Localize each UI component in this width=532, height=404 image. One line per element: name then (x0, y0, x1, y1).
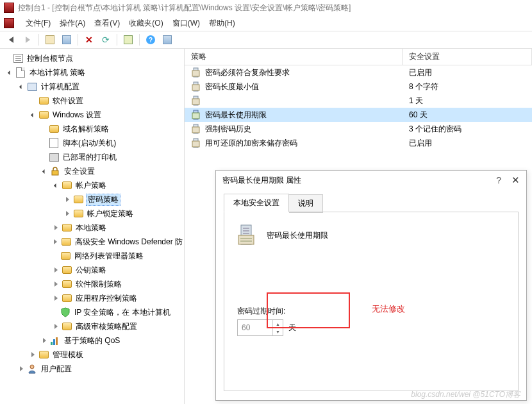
expander-icon[interactable] (51, 280, 60, 289)
tree-lockout-policy[interactable]: 帐户锁定策略 (0, 206, 184, 221)
svg-rect-15 (243, 228, 249, 229)
tree-root[interactable]: 控制台根节点 (0, 51, 184, 65)
list-row[interactable]: 用可还原的加密来储存密码 已启用 (185, 136, 532, 150)
list-row[interactable]: 密码长度最小值 8 个字符 (185, 80, 532, 94)
folder-icon (62, 279, 72, 289)
toolbar-separator (139, 34, 140, 46)
svg-rect-17 (243, 233, 249, 234)
tree-network-list[interactable]: 网络列表管理器策略 (0, 249, 184, 263)
svg-rect-11 (192, 127, 199, 133)
toolbar-separator (117, 34, 117, 46)
tab-explain[interactable]: 说明 (289, 194, 323, 213)
list-body: 密码必须符合复杂性要求 已启用 密码长度最小值 8 个字符 1 天 密码最长使用… (185, 65, 532, 150)
expander-icon[interactable] (28, 350, 37, 359)
server-icon (237, 224, 258, 247)
expander-icon[interactable] (28, 110, 37, 119)
lock-icon (50, 166, 60, 176)
menu-window[interactable]: 窗口(W) (172, 18, 200, 29)
tree-policy-qos[interactable]: 基于策略的 QoS (0, 333, 184, 348)
expander-icon[interactable] (3, 54, 12, 63)
expander-icon[interactable] (63, 195, 72, 204)
tree-software-settings[interactable]: 软件设置 (0, 94, 184, 108)
tree-security-settings[interactable]: 安全设置 (0, 164, 184, 178)
folder-icon (62, 321, 72, 332)
delete-button[interactable]: ✕ (82, 33, 96, 47)
tree-name-resolution[interactable]: 域名解析策略 (0, 122, 184, 136)
list-row-selected[interactable]: 密码最长使用期限 60 天 (185, 108, 532, 122)
svg-rect-5 (192, 85, 199, 90)
expander-icon[interactable] (51, 265, 60, 274)
expander-icon[interactable] (40, 336, 49, 345)
user-icon (27, 364, 37, 374)
tree-ip-security[interactable]: IP 安全策略，在 本地计算机 (0, 305, 184, 319)
dialog-help-button[interactable]: ? (496, 175, 501, 185)
tree-computer-config[interactable]: 计算机配置 (0, 80, 184, 94)
back-button[interactable] (4, 33, 18, 47)
tree-user-config[interactable]: 用户配置 (0, 362, 184, 376)
up-button[interactable] (43, 33, 57, 47)
expander-icon[interactable] (51, 181, 60, 190)
export-button[interactable] (121, 33, 135, 47)
spinner-down-button[interactable]: ▼ (273, 328, 283, 335)
tree-account-policies[interactable]: 帐户策略 (0, 178, 184, 192)
tree-panel[interactable]: 控制台根节点 本地计算机 策略 计算机配置 软件设置 Windows 设置 域名… (0, 49, 185, 404)
expander-icon[interactable] (51, 223, 60, 232)
tree-windows-settings[interactable]: Windows 设置 (0, 108, 184, 122)
dialog-tabs: 本地安全设置 说明 (224, 194, 519, 212)
expander-icon[interactable] (5, 68, 14, 77)
tree-password-policy[interactable]: 密码策略 (0, 192, 184, 206)
tree-software-restriction[interactable]: 软件限制策略 (0, 277, 184, 291)
list-header: 策略 安全设置 (185, 49, 532, 65)
annotation-box (267, 292, 350, 328)
folder-icon (73, 208, 83, 219)
tree-local-policy[interactable]: 本地计算机 策略 (0, 65, 184, 80)
properties-button[interactable] (160, 33, 174, 47)
export-icon (124, 35, 133, 44)
expander-icon[interactable] (51, 294, 60, 303)
tree-advanced-audit[interactable]: 高级审核策略配置 (0, 319, 184, 333)
expander-icon[interactable] (63, 209, 72, 218)
tree-public-key[interactable]: 公钥策略 (0, 263, 184, 277)
svg-rect-0 (52, 171, 58, 175)
tree-admin-templates[interactable]: 管理模板 (0, 348, 184, 362)
shield-icon (60, 307, 71, 317)
folder-icon (38, 110, 49, 120)
expander-icon[interactable] (28, 96, 37, 105)
menu-file[interactable]: 文件(F) (26, 18, 51, 29)
policy-item-icon (191, 138, 201, 148)
dialog-body: 密码最长使用期限 密码过期时间: ▲ ▼ 天 无法修改 (224, 212, 519, 391)
dialog-close-button[interactable]: ✕ (511, 174, 520, 186)
refresh-button[interactable]: ⟳ (99, 33, 113, 47)
expander-icon[interactable] (17, 364, 26, 373)
help-button[interactable]: ? (144, 33, 158, 47)
expander-icon[interactable] (40, 167, 49, 176)
tab-local-security[interactable]: 本地安全设置 (224, 194, 289, 212)
tree-local-policies[interactable]: 本地策略 (0, 221, 184, 235)
window-title: 控制台1 - [控制台根节点\本地计算机 策略\计算机配置\Windows 设置… (18, 3, 351, 13)
tree-scripts[interactable]: 脚本(启动/关机) (0, 136, 184, 150)
list-row[interactable]: 强制密码历史 3 个记住的密码 (185, 122, 532, 136)
menu-help[interactable]: 帮助(H) (209, 18, 235, 29)
policy-item-icon (191, 96, 201, 106)
tree-defender[interactable]: 高级安全 Windows Defender 防 (0, 235, 184, 249)
annotation-label: 无法修改 (372, 303, 405, 315)
show-hide-tree-button[interactable] (60, 33, 74, 47)
folder-icon (49, 124, 59, 134)
tree-deployed-printers[interactable]: 已部署的打印机 (0, 150, 184, 164)
column-header-policy[interactable]: 策略 (185, 49, 403, 65)
expander-icon[interactable] (51, 322, 60, 331)
menu-view[interactable]: 查看(V) (94, 18, 120, 29)
column-header-setting[interactable]: 安全设置 (403, 49, 532, 65)
menu-favorites[interactable]: 收藏夹(O) (129, 18, 163, 29)
title-bar: 控制台1 - [控制台根节点\本地计算机 策略\计算机配置\Windows 设置… (0, 0, 532, 15)
tree-app-control[interactable]: 应用程序控制策略 (0, 291, 184, 305)
list-row[interactable]: 1 天 (185, 94, 532, 108)
expander-icon[interactable] (51, 237, 60, 246)
arrow-left-icon (9, 37, 13, 43)
menu-action[interactable]: 操作(A) (60, 18, 85, 29)
forward-button[interactable] (21, 33, 35, 47)
folder-up-icon (46, 35, 54, 44)
list-row[interactable]: 密码必须符合复杂性要求 已启用 (185, 65, 532, 80)
policy-item-icon (191, 81, 201, 92)
expander-icon[interactable] (17, 82, 26, 91)
